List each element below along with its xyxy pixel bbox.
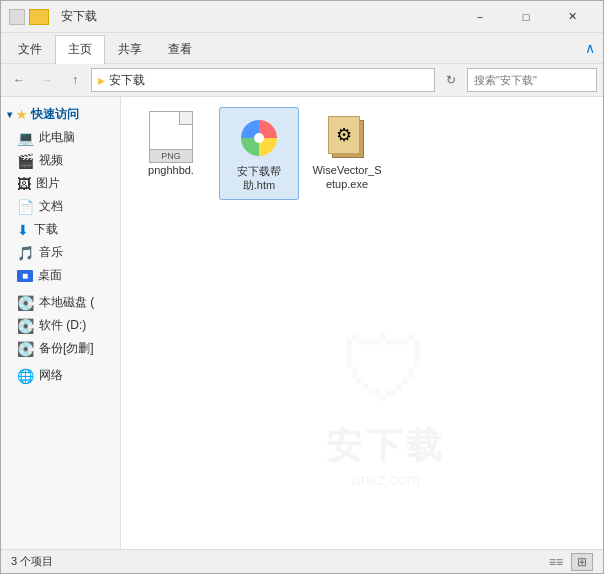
file-png-name: pnghhbd. [148, 163, 194, 177]
maximize-button[interactable]: □ [503, 1, 549, 33]
minimize-button[interactable]: − [457, 1, 503, 33]
titlebar-title: 安下载 [61, 8, 457, 25]
backup-disk-icon: 💽 [17, 341, 34, 357]
ribbon-expand-icon[interactable]: ∧ [585, 40, 595, 56]
sidebar-item-music[interactable]: 🎵 音乐 [1, 241, 120, 264]
sidebar-section-quick-access: ▾ ★ 快速访问 💻 此电脑 🎬 视频 🖼 图片 📄 [1, 103, 120, 287]
tab-view[interactable]: 查看 [155, 35, 205, 63]
sidebar-item-network-label: 网络 [39, 367, 63, 384]
file-htm-icon [235, 114, 283, 162]
quick-access-star: ★ [16, 108, 27, 122]
sidebar-item-pictures-label: 图片 [36, 175, 60, 192]
watermark-sub: anxz.com [352, 471, 420, 489]
sidebar-item-desktop[interactable]: ■ 桌面 [1, 264, 120, 287]
sidebar-item-computer[interactable]: 💻 此电脑 [1, 126, 120, 149]
view-list-button[interactable]: ≡≡ [545, 553, 567, 571]
sidebar-item-music-label: 音乐 [39, 244, 63, 261]
sidebar: ▾ ★ 快速访问 💻 此电脑 🎬 视频 🖼 图片 📄 [1, 97, 121, 549]
file-item-exe[interactable]: ⚙ WiseVector_Setup.exe [307, 107, 387, 200]
sidebar-item-pictures[interactable]: 🖼 图片 [1, 172, 120, 195]
quick-access-header[interactable]: ▾ ★ 快速访问 [1, 103, 120, 126]
setup-stack: ⚙ [328, 116, 366, 158]
sidebar-item-backup-disk-label: 备份[勿删] [39, 340, 94, 357]
titlebar-icons [9, 9, 49, 25]
quick-access-arrow: ▾ [7, 109, 12, 120]
sidebar-item-network[interactable]: 🌐 网络 [1, 364, 120, 387]
tab-share[interactable]: 共享 [105, 35, 155, 63]
htm-file-visual [237, 112, 281, 164]
sidebar-item-backup-disk[interactable]: 💽 备份[勿删] [1, 337, 120, 360]
file-item-htm[interactable]: 安下载帮助.htm [219, 107, 299, 200]
ribbon: 文件 主页 共享 查看 ∧ [1, 33, 603, 64]
png-file-visual: PNG [149, 111, 193, 163]
files-grid: PNG pnghhbd. 安下载帮助.htm [131, 107, 593, 200]
refresh-button[interactable]: ↻ [439, 68, 463, 92]
tab-file[interactable]: 文件 [5, 35, 55, 63]
titlebar-app-icon [9, 9, 25, 25]
titlebar-folder-icon [29, 9, 49, 25]
desktop-icon: ■ [17, 270, 33, 282]
statusbar-view-buttons: ≡≡ ⊞ [545, 553, 593, 571]
address-folder-icon: ▸ [98, 72, 105, 88]
file-htm-name: 安下载帮助.htm [224, 164, 294, 193]
addressbar: ← → ↑ ▸ 安下载 ↻ 🔍 [1, 64, 603, 97]
watermark: 🛡 安下载 anxz.com [326, 319, 446, 489]
htm-logo-inner [254, 133, 264, 143]
sidebar-item-video[interactable]: 🎬 视频 [1, 149, 120, 172]
sidebar-item-local-disk-label: 本地磁盘 ( [39, 294, 94, 311]
titlebar-controls: − □ ✕ [457, 1, 595, 33]
video-icon: 🎬 [17, 153, 34, 169]
search-input[interactable] [474, 74, 604, 86]
documents-icon: 📄 [17, 199, 34, 215]
setup-front: ⚙ [328, 116, 360, 154]
sidebar-item-documents[interactable]: 📄 文档 [1, 195, 120, 218]
computer-icon: 💻 [17, 130, 34, 146]
sidebar-item-local-disk[interactable]: 💽 本地磁盘 ( [1, 291, 120, 314]
statusbar: 3 个项目 ≡≡ ⊞ [1, 549, 603, 573]
search-box: 🔍 [467, 68, 597, 92]
pictures-icon: 🖼 [17, 176, 31, 192]
file-item-png[interactable]: PNG pnghhbd. [131, 107, 211, 200]
quick-access-label: 快速访问 [31, 106, 79, 123]
sidebar-item-downloads-label: 下载 [34, 221, 58, 238]
software-disk-icon: 💽 [17, 318, 34, 334]
file-area: 🛡 安下载 anxz.com PNG pnghhbd. [121, 97, 603, 549]
main-content: ▾ ★ 快速访问 💻 此电脑 🎬 视频 🖼 图片 📄 [1, 97, 603, 549]
sidebar-item-computer-label: 此电脑 [39, 129, 75, 146]
setup-file-visual: ⚙ [325, 111, 369, 163]
watermark-text: 安下载 [326, 422, 446, 471]
up-button[interactable]: ↑ [63, 68, 87, 92]
sidebar-section-drives: 💽 本地磁盘 ( 💽 软件 (D:) 💽 备份[勿删] [1, 291, 120, 360]
sidebar-item-documents-label: 文档 [39, 198, 63, 215]
sidebar-item-video-label: 视频 [39, 152, 63, 169]
file-exe-name: WiseVector_Setup.exe [311, 163, 383, 192]
explorer-window: 安下载 − □ ✕ 文件 主页 共享 查看 ∧ ← → ↑ ▸ 安下载 ↻ [0, 0, 604, 574]
sidebar-item-software-disk-label: 软件 (D:) [39, 317, 86, 334]
close-button[interactable]: ✕ [549, 1, 595, 33]
local-disk-icon: 💽 [17, 295, 34, 311]
sidebar-item-desktop-label: 桌面 [38, 267, 62, 284]
watermark-shield-icon: 🛡 [341, 319, 431, 422]
ribbon-tabs: 文件 主页 共享 查看 ∧ [1, 33, 603, 63]
file-exe-icon: ⚙ [323, 113, 371, 161]
back-button[interactable]: ← [7, 68, 31, 92]
view-icons-button[interactable]: ⊞ [571, 553, 593, 571]
tab-home[interactable]: 主页 [55, 35, 105, 64]
status-count: 3 个项目 [11, 554, 53, 569]
sidebar-section-network: 🌐 网络 [1, 364, 120, 387]
png-file-label: PNG [150, 149, 192, 162]
file-png-icon: PNG [147, 113, 195, 161]
htm-logo [241, 120, 277, 156]
forward-button[interactable]: → [35, 68, 59, 92]
setup-gear-icon: ⚙ [336, 124, 352, 146]
titlebar: 安下载 − □ ✕ [1, 1, 603, 33]
downloads-icon: ⬇ [17, 222, 29, 238]
sidebar-item-downloads[interactable]: ⬇ 下载 [1, 218, 120, 241]
address-box[interactable]: ▸ 安下载 [91, 68, 435, 92]
music-icon: 🎵 [17, 245, 34, 261]
address-path: 安下载 [109, 72, 145, 89]
sidebar-item-software-disk[interactable]: 💽 软件 (D:) [1, 314, 120, 337]
network-icon: 🌐 [17, 368, 34, 384]
